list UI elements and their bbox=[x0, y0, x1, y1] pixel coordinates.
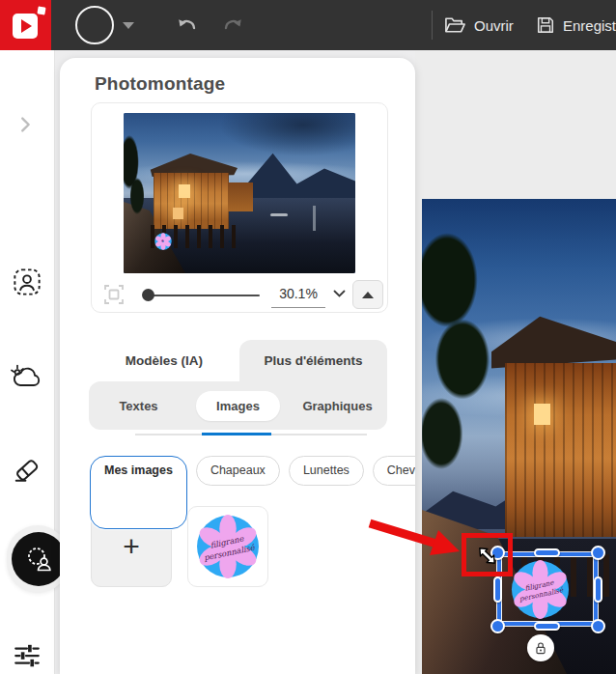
zoom-value-underline bbox=[271, 307, 325, 308]
undo-icon[interactable] bbox=[176, 14, 199, 37]
save-label: Enregistr bbox=[563, 17, 616, 34]
project-thumbnail-avatar[interactable] bbox=[75, 6, 114, 44]
annotation-arrow bbox=[363, 516, 465, 560]
zoom-dropdown-icon[interactable] bbox=[333, 290, 346, 298]
collapse-arrow-icon bbox=[362, 292, 374, 298]
chip-mes-images[interactable]: Mes images bbox=[90, 456, 187, 529]
adjust-sliders-icon[interactable] bbox=[13, 640, 42, 669]
topbar: Ouvrir Enregistr bbox=[0, 0, 616, 50]
panel-title: Photomontage bbox=[95, 73, 225, 95]
subtab-active-indicator bbox=[202, 433, 271, 435]
lock-icon bbox=[534, 641, 547, 656]
topbar-divider bbox=[432, 11, 433, 40]
selection-handle-sw[interactable] bbox=[490, 619, 505, 633]
logo-notch bbox=[37, 6, 45, 14]
canvas-sticker[interactable]: filigrane personnalisé bbox=[511, 560, 570, 619]
lock-button[interactable] bbox=[527, 634, 554, 661]
selection-handle-s[interactable] bbox=[534, 622, 560, 631]
sky-cloud-icon[interactable] bbox=[11, 361, 43, 390]
subtab-bar: Textes Images Graphiques bbox=[89, 381, 387, 430]
save-button[interactable]: Enregistr bbox=[536, 0, 616, 50]
preview-image bbox=[124, 113, 355, 273]
zoom-value[interactable]: 30.1% bbox=[271, 286, 325, 301]
plus-icon: + bbox=[123, 530, 140, 563]
sticker-tool-button[interactable] bbox=[12, 532, 66, 586]
app-logo[interactable] bbox=[0, 0, 51, 50]
subtab-textes[interactable]: Textes bbox=[89, 399, 188, 413]
portrait-cutout-icon[interactable] bbox=[13, 267, 42, 296]
tab-plus-elements[interactable]: Plus d'éléments bbox=[239, 340, 387, 381]
chip-lunettes[interactable]: Lunettes bbox=[289, 456, 364, 486]
sticker-thumbnail: filigrane personnalisé bbox=[196, 515, 260, 578]
chip-chapeaux[interactable]: Chapeaux bbox=[196, 456, 280, 486]
photo-tree bbox=[422, 207, 517, 506]
chip-cheveux[interactable]: Cheveux.. bbox=[373, 456, 415, 486]
zoom-slider-knob[interactable] bbox=[142, 289, 154, 301]
selection-handle-n[interactable] bbox=[534, 548, 560, 557]
zoom-slider-track[interactable] bbox=[148, 295, 260, 296]
sticker-person-icon bbox=[23, 544, 54, 575]
subtab-images[interactable]: Images bbox=[188, 391, 288, 421]
avatar-dropdown-icon[interactable] bbox=[123, 22, 134, 29]
chevron-right-icon[interactable] bbox=[14, 114, 36, 135]
zoom-controls: 30.1% bbox=[92, 279, 387, 312]
photomontage-panel: Photomontage bbox=[60, 58, 415, 674]
eraser-icon[interactable] bbox=[13, 456, 42, 485]
preview-sticker-dot bbox=[154, 233, 172, 250]
redo-icon[interactable] bbox=[221, 14, 244, 37]
save-floppy-icon bbox=[536, 15, 555, 35]
preview-card: 30.1% bbox=[91, 102, 388, 313]
app-window: Ouvrir Enregistr bbox=[0, 0, 616, 674]
sticker-thumbnail-card[interactable]: filigrane personnalisé bbox=[187, 506, 268, 587]
resize-cursor-icon bbox=[474, 543, 500, 569]
open-button[interactable]: Ouvrir bbox=[444, 0, 514, 50]
subtab-graphiques[interactable]: Graphiques bbox=[288, 399, 387, 413]
selection-handle-ne[interactable] bbox=[591, 546, 605, 560]
selection-handle-e[interactable] bbox=[594, 576, 602, 603]
fit-to-window-icon[interactable] bbox=[103, 284, 125, 305]
open-label: Ouvrir bbox=[474, 17, 514, 34]
logo-play-icon bbox=[21, 19, 32, 33]
selection-handle-w[interactable] bbox=[493, 576, 502, 603]
collapse-preview-button[interactable] bbox=[352, 280, 383, 309]
selection-handle-se[interactable] bbox=[591, 619, 605, 633]
sidebar bbox=[0, 50, 55, 674]
open-folder-icon bbox=[444, 15, 466, 35]
tab-modeles-ia[interactable]: Modèles (IA) bbox=[89, 340, 239, 381]
